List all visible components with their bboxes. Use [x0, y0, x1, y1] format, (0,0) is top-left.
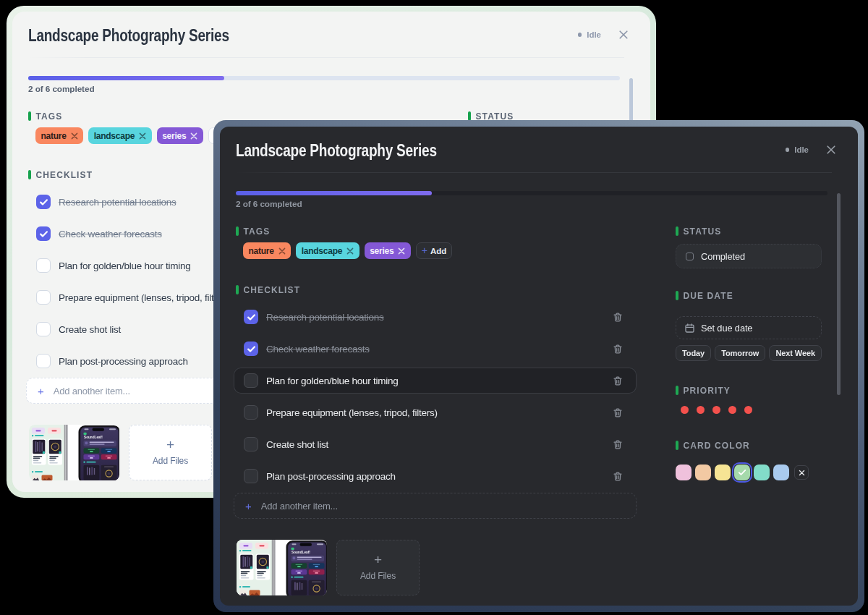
checklist-item-text: Plan for golden/blue hour timing [59, 260, 191, 271]
attachment-thumbnail[interactable]: SoundLeaf! [237, 540, 327, 595]
priority-dot[interactable] [728, 406, 736, 414]
add-files-button[interactable]: + Add Files [336, 540, 420, 595]
close-button[interactable] [619, 30, 628, 39]
attachment-app-title: SoundLeaf! [292, 551, 310, 554]
attachment-app-title: SoundLeaf! [84, 436, 103, 439]
add-files-button[interactable]: + Add Files [129, 425, 212, 480]
section-accent-bar [236, 226, 239, 236]
item-checkbox[interactable] [244, 437, 258, 451]
remove-tag-button[interactable] [278, 247, 286, 255]
checklist-item: Plan post-processing approach [234, 463, 637, 489]
color-swatch[interactable] [695, 465, 711, 480]
item-checkbox[interactable] [36, 258, 51, 273]
priority-dot[interactable] [744, 406, 752, 414]
plus-icon: + [166, 439, 174, 451]
section-accent-bar [676, 441, 678, 450]
clear-color-button[interactable] [794, 465, 809, 480]
item-checkbox[interactable] [36, 290, 51, 305]
header-controls: Idle [578, 12, 628, 58]
attachment-thumbnail[interactable]: SoundLeaf! [29, 425, 119, 480]
color-swatch[interactable] [676, 465, 692, 480]
item-checkbox[interactable] [244, 373, 258, 388]
tag-chip-series: series [365, 242, 411, 259]
remove-tag-button[interactable] [346, 247, 354, 255]
item-checkbox[interactable] [36, 226, 51, 241]
item-checkbox[interactable] [36, 322, 51, 336]
item-checkbox[interactable] [36, 354, 51, 368]
plus-icon: + [422, 245, 427, 256]
checklist-section-label: CHECKLIST [236, 285, 300, 294]
header-separator [236, 172, 832, 173]
idle-status-dot-icon [578, 33, 582, 37]
close-x-icon [619, 30, 628, 39]
checklist-item-text: Prepare equipment (lenses, tripod, filte… [59, 292, 230, 303]
progress-label: 2 of 6 completed [236, 199, 302, 209]
x-icon [799, 470, 805, 476]
section-label-text: CHECKLIST [36, 170, 93, 180]
add-tag-button[interactable]: +Add [416, 242, 453, 259]
idle-status-label: Idle [794, 145, 809, 154]
due-date-section-label: DUE DATE [676, 291, 733, 300]
quick-date-button-today[interactable]: Today [676, 345, 711, 361]
item-checkbox[interactable] [244, 405, 258, 420]
color-swatch[interactable] [734, 465, 750, 480]
delete-item-button[interactable] [613, 376, 623, 386]
remove-tag-button[interactable] [190, 132, 197, 140]
attachment-preview-image: SoundLeaf! [29, 425, 119, 480]
add-checklist-item-input[interactable]: + Add another item... [234, 493, 637, 519]
checklist-section-label: CHECKLIST [28, 170, 93, 179]
completed-checkbox-row[interactable]: Completed [676, 244, 822, 268]
tag-label: landscape [302, 246, 342, 256]
tags-section-label: TAGS [28, 111, 62, 121]
section-accent-bar [28, 170, 31, 179]
check-icon [247, 314, 255, 321]
delete-item-button[interactable] [613, 407, 623, 417]
section-accent-bar [676, 386, 678, 395]
quick-date-buttons: TodayTomorrowNext Week [676, 345, 822, 361]
remove-tag-button[interactable] [398, 247, 405, 255]
item-checkbox[interactable] [244, 342, 258, 356]
priority-dot[interactable] [697, 406, 705, 414]
priority-dot[interactable] [681, 406, 689, 414]
tag-chip-landscape: landscape [88, 127, 151, 144]
completed-label: Completed [701, 251, 745, 262]
remove-tag-button[interactable] [71, 132, 78, 140]
delete-item-button[interactable] [613, 471, 623, 481]
color-swatch[interactable] [754, 465, 770, 480]
color-swatch[interactable] [773, 465, 789, 480]
item-checkbox[interactable] [36, 195, 51, 209]
check-icon [40, 199, 48, 205]
set-due-date-button[interactable]: Set due date [676, 316, 822, 339]
status-section-label: STATUS [676, 226, 721, 236]
x-icon [71, 132, 78, 140]
delete-item-button[interactable] [613, 344, 623, 354]
idle-status-dot-icon [786, 148, 790, 152]
section-accent-bar [676, 226, 678, 236]
checklist-item-text: Create shot list [59, 324, 121, 335]
section-label-text: PRIORITY [684, 386, 731, 396]
set-due-date-label: Set due date [701, 323, 752, 334]
color-swatch[interactable] [715, 465, 731, 480]
delete-item-button[interactable] [613, 439, 623, 449]
section-label-text: CARD COLOR [684, 441, 750, 451]
delete-item-button[interactable] [613, 312, 623, 322]
section-accent-bar [236, 285, 239, 294]
add-files-label: Add Files [360, 571, 396, 581]
checklist-item-text: Research potential locations [266, 312, 384, 323]
item-checkbox[interactable] [244, 469, 258, 483]
tag-chip-landscape: landscape [296, 242, 359, 259]
progress-bar-fill [236, 191, 432, 195]
trash-icon [613, 376, 622, 386]
close-button[interactable] [827, 145, 835, 154]
completed-checkbox[interactable] [686, 253, 694, 260]
quick-date-button-next-week[interactable]: Next Week [769, 345, 822, 361]
tag-chip-nature: nature [35, 127, 83, 144]
section-accent-bar [676, 291, 678, 300]
item-checkbox[interactable] [244, 310, 258, 324]
checklist-item-text: Check weather forecasts [266, 344, 370, 355]
plus-icon: + [374, 554, 382, 566]
quick-date-button-tomorrow[interactable]: Tomorrow [715, 345, 765, 361]
scrollbar-thumb[interactable] [837, 193, 841, 395]
priority-dot[interactable] [712, 406, 720, 414]
remove-tag-button[interactable] [139, 132, 146, 140]
